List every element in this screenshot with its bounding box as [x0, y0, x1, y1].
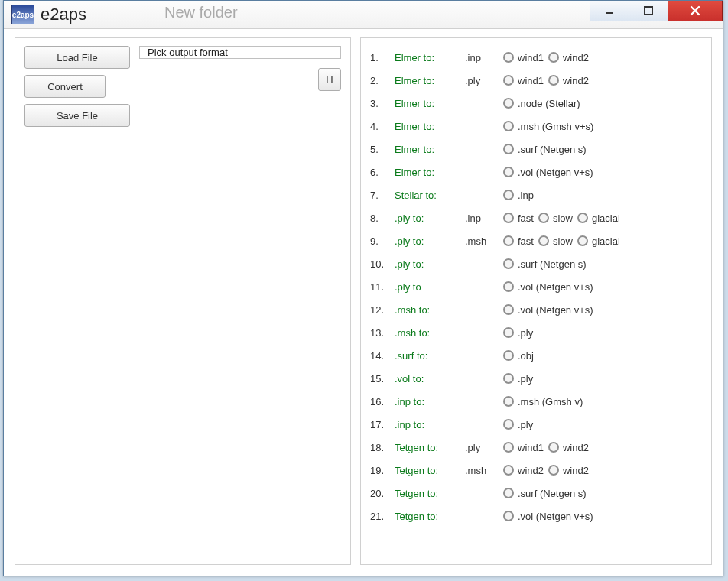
format-row: 5.Elmer to:.surf (Netgen s) — [370, 138, 702, 161]
radio-icon — [503, 52, 514, 63]
radio-icon — [503, 144, 514, 154]
radio-label: wind2 — [563, 442, 589, 453]
format-radio[interactable]: wind2 — [548, 442, 589, 453]
radio-icon — [503, 167, 514, 177]
row-options: .surf (Netgen s) — [503, 488, 702, 499]
row-number: 11. — [370, 281, 392, 293]
format-radio[interactable]: wind2 — [503, 465, 544, 476]
radio-icon — [503, 396, 514, 407]
app-window: e2aps e2aps New folder Load File Convert… — [3, 0, 723, 576]
format-radio[interactable]: wind1 — [503, 75, 544, 86]
row-options: wind2wind2 — [503, 465, 702, 476]
radio-icon — [503, 350, 514, 361]
format-radio[interactable]: .vol (Netgen v+s) — [503, 304, 593, 316]
radio-label: .msh (Gmsh v) — [518, 396, 583, 407]
close-button[interactable] — [668, 1, 723, 21]
format-radio[interactable]: .node (Stellar) — [503, 98, 580, 109]
radio-label: glacial — [592, 213, 620, 224]
row-options: .ply — [503, 327, 702, 339]
h-button[interactable]: H — [318, 68, 341, 91]
radio-icon — [503, 327, 514, 338]
radio-icon — [503, 75, 514, 86]
svg-rect-1 — [645, 7, 652, 15]
radio-icon — [503, 442, 514, 453]
format-radio[interactable]: .ply — [503, 373, 533, 385]
row-number: 1. — [370, 52, 392, 63]
row-options: wind1wind2 — [503, 75, 702, 86]
format-radio[interactable]: wind1 — [503, 442, 544, 453]
format-row: 7.Stellar to:.inp — [370, 183, 702, 206]
format-radio[interactable]: fast — [503, 235, 534, 247]
row-from-label: Tetgen to: — [395, 488, 462, 499]
row-options: .vol (Netgen v+s) — [503, 304, 702, 316]
radio-label: .vol (Netgen v+s) — [518, 281, 593, 293]
row-extension: .ply — [465, 442, 500, 453]
row-number: 18. — [370, 442, 392, 453]
radio-icon — [503, 235, 514, 246]
format-radio[interactable]: .vol (Netgen v+s) — [503, 511, 593, 522]
format-radio[interactable]: .ply — [503, 419, 533, 430]
format-row: 16..inp to:.msh (Gmsh v) — [370, 390, 702, 413]
format-radio[interactable]: wind1 — [503, 52, 544, 63]
radio-icon — [548, 75, 559, 86]
save-file-button[interactable]: Save File — [24, 104, 130, 127]
format-radio[interactable]: wind2 — [548, 465, 589, 476]
radio-label: wind1 — [518, 442, 544, 453]
row-from-label: .surf to: — [395, 350, 462, 362]
load-file-button[interactable]: Load File — [24, 46, 130, 69]
radio-label: wind2 — [563, 75, 589, 86]
maximize-button[interactable] — [629, 1, 668, 21]
output-format-field[interactable]: Pick output format — [139, 46, 341, 59]
client-area: Load File Convert Save File Pick output … — [15, 37, 712, 565]
format-row: 17..inp to:.ply — [370, 413, 702, 436]
format-radio[interactable]: .msh (Gmsh v) — [503, 396, 583, 407]
radio-label: .surf (Netgen s) — [518, 488, 587, 499]
row-options: wind1wind2 — [503, 442, 702, 453]
format-radio[interactable]: fast — [503, 213, 534, 224]
radio-label: slow — [553, 213, 573, 224]
row-options: .vol (Netgen v+s) — [503, 167, 702, 178]
format-radio[interactable]: .inp — [503, 190, 534, 201]
row-from-label: .inp to: — [395, 396, 462, 407]
radio-icon — [503, 511, 514, 521]
format-row: 8..ply to:.inpfastslowglacial — [370, 206, 702, 229]
format-radio[interactable]: slow — [538, 235, 573, 247]
format-radio[interactable]: wind2 — [548, 52, 589, 63]
format-radio[interactable]: .obj — [503, 350, 534, 362]
format-radio[interactable]: .msh (Gmsh v+s) — [503, 121, 593, 132]
format-radio[interactable]: wind2 — [548, 75, 589, 86]
row-from-label: Elmer to: — [395, 52, 462, 63]
format-row: 13..msh to:.ply — [370, 321, 702, 344]
row-extension: .ply — [465, 75, 500, 86]
format-row: 4.Elmer to:.msh (Gmsh v+s) — [370, 115, 702, 138]
row-from-label: .ply to — [395, 281, 462, 293]
format-radio[interactable]: .surf (Netgen s) — [503, 144, 587, 155]
row-extension: .msh — [465, 235, 500, 247]
row-from-label: Tetgen to: — [395, 442, 462, 453]
radio-icon — [503, 190, 514, 200]
format-radio[interactable]: .vol (Netgen v+s) — [503, 281, 593, 293]
row-from-label: Elmer to: — [395, 75, 462, 86]
format-row: 12..msh to:.vol (Netgen v+s) — [370, 298, 702, 321]
radio-label: .ply — [518, 327, 533, 339]
radio-label: wind1 — [518, 75, 544, 86]
format-radio[interactable]: .surf (Netgen s) — [503, 488, 587, 499]
row-number: 12. — [370, 304, 392, 316]
format-radio[interactable]: .ply — [503, 327, 533, 339]
format-radio[interactable]: slow — [538, 213, 573, 224]
radio-icon — [503, 258, 514, 269]
format-radio[interactable]: glacial — [577, 213, 620, 224]
minimize-button[interactable] — [590, 1, 629, 21]
convert-button[interactable]: Convert — [24, 75, 106, 98]
left-panel: Load File Convert Save File Pick output … — [15, 37, 351, 565]
radio-icon — [577, 235, 588, 246]
radio-icon — [503, 213, 514, 223]
background-folder-text: New folder — [164, 4, 238, 21]
format-radio[interactable]: .vol (Netgen v+s) — [503, 167, 593, 178]
row-options: fastslowglacial — [503, 235, 702, 247]
radio-icon — [538, 213, 549, 223]
format-radio[interactable]: .surf (Netgen s) — [503, 258, 587, 270]
radio-label: .vol (Netgen v+s) — [518, 167, 593, 178]
format-radio[interactable]: glacial — [577, 235, 620, 247]
format-row: 19.Tetgen to:.mshwind2wind2 — [370, 459, 702, 482]
